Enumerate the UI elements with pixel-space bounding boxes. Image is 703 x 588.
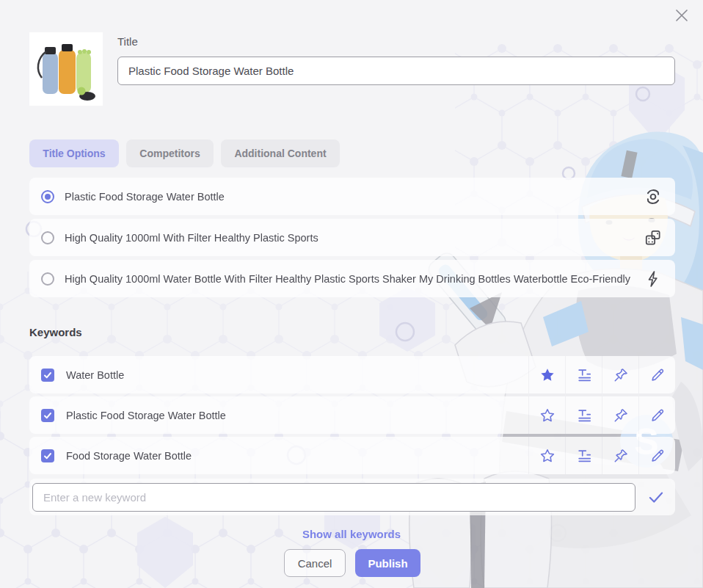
new-keyword-input[interactable] bbox=[32, 483, 635, 512]
generate-button[interactable] bbox=[631, 260, 675, 297]
radio-button-selected[interactable] bbox=[41, 190, 54, 203]
edit-button[interactable] bbox=[638, 356, 675, 393]
pin-button[interactable] bbox=[602, 396, 638, 434]
confirm-check-icon bbox=[646, 487, 666, 507]
keyword-checkbox[interactable] bbox=[41, 409, 54, 422]
pin-icon bbox=[613, 407, 629, 424]
pin-button[interactable] bbox=[602, 356, 638, 393]
keyword-label: Water Bottle bbox=[66, 369, 528, 381]
keyword-row: Plastic Food Storage Water Bottle bbox=[29, 396, 675, 434]
keyword-label: Plastic Food Storage Water Bottle bbox=[66, 410, 528, 421]
keyword-checkbox[interactable] bbox=[41, 449, 54, 462]
favorite-button[interactable] bbox=[528, 356, 565, 393]
title-option-label: Plastic Food Storage Water Bottle bbox=[65, 191, 631, 203]
lightning-icon bbox=[644, 270, 662, 288]
pin-icon bbox=[613, 448, 629, 464]
dice-icon bbox=[644, 228, 663, 247]
pin-icon bbox=[613, 367, 629, 383]
check-icon bbox=[43, 451, 52, 460]
keywords-heading: Keywords bbox=[29, 326, 82, 338]
favorite-button[interactable] bbox=[528, 396, 565, 434]
tab-additional-content[interactable]: Additional Content bbox=[221, 139, 340, 167]
title-option-row: High Quality 1000ml With Filter Healthy … bbox=[29, 219, 675, 256]
check-icon bbox=[43, 371, 52, 380]
pin-button[interactable] bbox=[602, 437, 638, 474]
cancel-button[interactable]: Cancel bbox=[284, 549, 346, 577]
water-bottles-image bbox=[29, 32, 103, 106]
close-icon bbox=[674, 7, 690, 23]
show-all-keywords-link[interactable]: Show all keywords bbox=[0, 528, 703, 540]
title-option-row: Plastic Food Storage Water Bottle bbox=[29, 178, 675, 215]
insert-text-button[interactable] bbox=[565, 396, 602, 434]
title-input[interactable] bbox=[117, 57, 675, 85]
text-insert-icon bbox=[576, 367, 592, 383]
close-button[interactable] bbox=[671, 4, 693, 26]
text-insert-icon bbox=[576, 407, 592, 424]
favorite-button[interactable] bbox=[528, 437, 565, 474]
regenerate-button[interactable] bbox=[631, 178, 675, 215]
publish-button[interactable]: Publish bbox=[355, 549, 420, 577]
keyword-label: Food Storage Water Bottle bbox=[66, 450, 528, 462]
title-option-row: High Quality 1000ml Water Bottle With Fi… bbox=[29, 260, 675, 297]
title-label: Title bbox=[117, 35, 138, 48]
edit-button[interactable] bbox=[638, 437, 675, 474]
tab-title-options[interactable]: Title Options bbox=[29, 139, 119, 167]
star-outline-icon bbox=[539, 448, 556, 464]
radio-button[interactable] bbox=[41, 231, 54, 244]
pencil-icon bbox=[649, 367, 666, 383]
star-outline-icon bbox=[539, 407, 556, 424]
publish-listing-modal: S Title Title Options Competitors bbox=[0, 0, 703, 588]
product-image bbox=[29, 32, 103, 106]
add-keyword-button[interactable] bbox=[637, 479, 675, 515]
keyword-checkbox[interactable] bbox=[41, 369, 54, 382]
keyword-row: Water Bottle bbox=[29, 356, 675, 393]
pencil-icon bbox=[649, 448, 666, 464]
insert-text-button[interactable] bbox=[565, 356, 602, 393]
regenerate-icon bbox=[644, 187, 663, 206]
keyword-row: Food Storage Water Bottle bbox=[29, 437, 675, 474]
radio-button[interactable] bbox=[41, 272, 54, 286]
randomize-button[interactable] bbox=[631, 219, 675, 256]
text-insert-icon bbox=[576, 448, 592, 464]
pencil-icon bbox=[649, 407, 666, 424]
star-icon bbox=[539, 367, 556, 383]
edit-button[interactable] bbox=[638, 396, 675, 434]
title-option-label: High Quality 1000ml With Filter Healthy … bbox=[65, 232, 631, 244]
check-icon bbox=[43, 411, 52, 420]
tab-competitors[interactable]: Competitors bbox=[126, 139, 214, 167]
insert-text-button[interactable] bbox=[565, 437, 602, 474]
title-option-label: High Quality 1000ml Water Bottle With Fi… bbox=[65, 273, 631, 285]
